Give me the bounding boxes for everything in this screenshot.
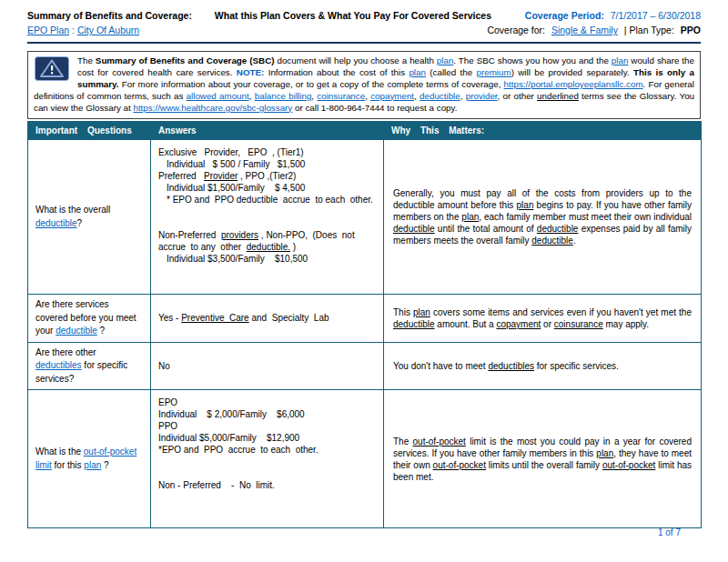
inline-link[interactable]: coinsurance	[317, 91, 365, 101]
inline-link[interactable]: deductible	[420, 91, 460, 101]
plan-org-link[interactable]: City Of Auburn	[77, 25, 139, 35]
document-header: Summary of Benefits and Coverage: What t…	[27, 10, 701, 39]
answer-line: EPO	[158, 396, 376, 408]
inline-link[interactable]: deductible	[56, 326, 97, 336]
why-cell: This plan covers some items and services…	[384, 295, 702, 343]
inline-link[interactable]: copayment	[370, 91, 414, 101]
plan-name-link[interactable]: EPO Plan	[27, 25, 69, 35]
answer-line: *EPO and PPO accrue to each other.	[158, 444, 376, 456]
answer-spacer	[158, 467, 376, 479]
plan-type-label: | Plan Type:	[624, 25, 674, 35]
answer-line: Non-Preferred providers , Non-PPO, (Does…	[158, 229, 376, 253]
document-title: Summary of Benefits and Coverage:	[27, 10, 192, 21]
answers-cell: EPOIndividual $ 2,000/Family $6,000PPOIn…	[151, 390, 384, 528]
answers-cell: No	[151, 342, 384, 390]
inline-link[interactable]: premium	[477, 67, 511, 77]
sbc-table: Important Questions Answers Why This Mat…	[27, 121, 702, 528]
answers-cell: Yes - Preventive Care and Specialty Lab	[151, 295, 384, 343]
answer-line: * EPO and PPO deductible accrue to each …	[158, 194, 376, 206]
table-row: Are there services covered before you me…	[28, 295, 702, 343]
plan-name-separator: :	[72, 25, 75, 35]
question-cell: Are there services covered before you me…	[28, 295, 151, 343]
question-cell: Are there other deductibles for specific…	[28, 342, 151, 390]
inline-link[interactable]: balance billing	[255, 91, 312, 101]
question-cell: What is the overall deductible?	[28, 140, 151, 295]
answers-cell: Exclusive Provider, EPO , (Tier1)Individ…	[151, 140, 384, 295]
answer-line: Exclusive Provider, EPO , (Tier1)	[158, 146, 376, 158]
answer-line: Preferred Provider , PPO ,(Tier2)	[158, 170, 376, 182]
sbc-table-body: What is the overall deductible?Exclusive…	[28, 140, 702, 528]
document-subtitle: What this Plan Covers & What You Pay For…	[215, 10, 491, 21]
column-header-important-questions: Important Questions	[28, 122, 151, 140]
coverage-period-value: 7/1/2017 – 6/30/2018	[611, 10, 701, 21]
answer-line: Individual $ 2,000/Family $6,000	[158, 408, 376, 420]
answer-line: Non - Preferred - No limit.	[158, 479, 376, 491]
sbc-document-page: Summary of Benefits and Coverage: What t…	[0, 0, 728, 562]
coverage-period-label: Coverage Period:	[525, 10, 604, 21]
answer-line: Individual $5,000/Family $12,900	[158, 432, 376, 444]
inline-link[interactable]: https://portal.employeeplansllc.com	[504, 79, 643, 89]
coverage-for-value-link[interactable]: Single & Family	[551, 25, 618, 35]
question-cell: What is the out-of-pocket limit for this…	[28, 390, 151, 528]
plan-identifier: EPO Plan : City Of Auburn	[27, 25, 139, 35]
answer-line: Individual $ 500 / Family $1,500	[158, 158, 376, 170]
inline-link[interactable]: plan	[409, 67, 426, 77]
info-alert-icon	[35, 56, 69, 81]
table-row: What is the out-of-pocket limit for this…	[28, 390, 702, 528]
inline-link[interactable]: https://www.healthcare.gov/sbc-glossary	[133, 103, 292, 113]
answer-spacer	[158, 206, 376, 217]
answer-spacer	[158, 217, 376, 229]
coverage-for-label: Coverage for:	[487, 25, 545, 35]
coverage-period: Coverage Period: 7/1/2017 – 6/30/2018	[521, 10, 701, 21]
answer-line: No	[158, 360, 376, 372]
inline-link[interactable]: deductibles	[35, 360, 82, 370]
table-row: Are there other deductibles for specific…	[28, 342, 702, 390]
answer-line: PPO	[158, 420, 376, 432]
inline-link[interactable]: plan	[437, 55, 454, 65]
header-divider	[27, 42, 701, 44]
coverage-for: Coverage for: Single & Family | Plan Typ…	[483, 25, 701, 35]
page-indicator: 1 of 7	[658, 527, 681, 537]
answer-spacer	[158, 456, 376, 467]
inline-link[interactable]: provider	[466, 91, 498, 101]
inline-link[interactable]: plan	[612, 55, 629, 65]
intro-paragraph: The Summary of Benefits and Coverage (SB…	[34, 55, 694, 115]
table-row: What is the overall deductible?Exclusive…	[28, 140, 702, 295]
inline-link[interactable]: allowed amount	[187, 91, 249, 101]
inline-link[interactable]: deductible	[35, 218, 77, 228]
document-title-line: Summary of Benefits and Coverage: What t…	[27, 10, 491, 21]
why-cell: You don't have to meet deductibles for s…	[384, 342, 702, 390]
plan-type-value: PPO	[681, 25, 701, 35]
answer-line: Individual $1,500/Family $ 4,500	[158, 182, 376, 194]
table-header-row: Important Questions Answers Why This Mat…	[28, 122, 702, 140]
why-cell: The out-of-pocket limit is the most you …	[384, 390, 702, 528]
column-header-answers: Answers	[151, 122, 384, 140]
answer-line: Individual $3,500/Family $10,500	[158, 253, 376, 265]
intro-box: The Summary of Benefits and Coverage (SB…	[27, 51, 701, 119]
why-cell: Generally, you must pay all of the costs…	[384, 140, 702, 295]
answer-line: Yes - Preventive Care and Specialty Lab	[158, 312, 376, 324]
column-header-why-this-matters: Why This Matters:	[384, 122, 702, 140]
inline-link[interactable]: plan	[84, 460, 101, 470]
